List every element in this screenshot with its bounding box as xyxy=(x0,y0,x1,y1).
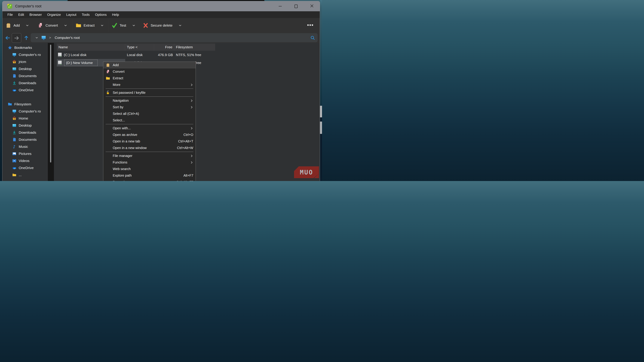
context-menu-item-label: Open with... xyxy=(113,126,190,130)
secure-delete-button[interactable]: Secure delete xyxy=(142,18,182,33)
file-name-label: (C:) Local disk xyxy=(64,53,86,57)
home-icon xyxy=(12,60,16,64)
toolbar: AddConvertExtractTestSecure delete xyxy=(2,18,320,33)
context-menu-item-add[interactable]: Add xyxy=(103,62,196,68)
sidebar-item-jricm[interactable]: jricm xyxy=(2,58,48,65)
sidebar-item-item[interactable]: ... xyxy=(2,171,48,178)
drive-icon xyxy=(58,52,62,57)
menubar-item-file[interactable]: File xyxy=(5,11,16,18)
menubar-item-organize[interactable]: Organize xyxy=(44,11,64,18)
sidebar-item-downloads[interactable]: Downloads xyxy=(2,79,48,86)
context-menu-item-extract[interactable]: Extract xyxy=(103,75,196,81)
chevron-right-icon xyxy=(190,106,193,109)
minimize-button[interactable] xyxy=(272,1,288,11)
sidebar-item-onedrive[interactable]: OneDrive xyxy=(2,86,48,94)
back-button[interactable] xyxy=(5,35,10,40)
context-menu-separator xyxy=(106,96,193,97)
menubar-item-help[interactable]: Help xyxy=(109,11,122,18)
context-menu-item-open-in-a-new-window[interactable]: Open in a new windowCtrl+Alt+W xyxy=(103,145,196,151)
sidebar-item-documents[interactable]: Documents xyxy=(2,72,48,79)
context-menu-item-explore-path[interactable]: Explore pathAlt+F7 xyxy=(103,172,196,179)
folder-yellow-icon xyxy=(12,173,16,177)
add-button[interactable]: Add xyxy=(6,18,29,33)
column-header-filesystem[interactable]: Filesystem xyxy=(174,44,215,51)
folder-blue-icon xyxy=(8,102,12,106)
sidebar-item-computer-s-ro[interactable]: Computer's ro xyxy=(2,108,48,115)
sidebar-item-pictures[interactable]: Pictures xyxy=(2,150,48,157)
address-bar[interactable]: > Computer's root xyxy=(31,33,318,42)
file-free-cell: 476.9 GB xyxy=(154,51,174,59)
sidebar-item-onedrive[interactable]: OneDrive xyxy=(2,164,48,171)
menubar-item-browser[interactable]: Browser xyxy=(27,11,44,18)
cloud-icon xyxy=(12,88,16,92)
menubar-item-tools[interactable]: Tools xyxy=(79,11,92,18)
sidebar-item-documents[interactable]: Documents xyxy=(2,136,48,143)
context-menu-item-open-as-archive[interactable]: Open as archiveCtrl+O xyxy=(103,131,196,138)
extract-button[interactable]: Extract xyxy=(76,18,104,33)
chevron-right-icon xyxy=(190,161,193,164)
address-dropdown-chevron-icon[interactable] xyxy=(35,36,38,39)
menubar-item-edit[interactable]: Edit xyxy=(16,11,26,18)
sidebar-item-downloads[interactable]: Downloads xyxy=(2,129,48,136)
context-menu-item-functions[interactable]: Functions xyxy=(103,159,196,166)
sidebar-group-bookmarks[interactable]: Bookmarks xyxy=(2,44,48,51)
context-menu-item-navigation[interactable]: Navigation xyxy=(103,97,196,104)
file-row-c-local-disk[interactable]: (C:) Local diskLocal disk476.9 GBNTFS, 5… xyxy=(57,51,215,59)
document-icon xyxy=(12,137,16,142)
sidebar-group-label: Bookmarks xyxy=(14,46,32,50)
context-menu-item-open-in-a-new-tab[interactable]: Open in a new tabCtrl+Alt+T xyxy=(103,138,196,145)
column-header-name[interactable]: Name xyxy=(57,44,125,51)
sidebar-group-label: Filesystem xyxy=(14,102,31,106)
context-menu-item-properties[interactable]: PropertiesCtrl+Alt+F7 xyxy=(103,179,196,181)
context-menu: AddConvertExtractMoreSet password / keyf… xyxy=(103,62,196,181)
column-header-free[interactable]: Free xyxy=(154,44,174,51)
sidebar-item-computer-s-ro[interactable]: Computer's ro xyxy=(2,51,48,58)
desktop-background-stripe-light2 xyxy=(320,122,322,134)
context-menu-item-label: File manager xyxy=(113,154,190,158)
context-menu-item-label: Open in a new window xyxy=(113,146,177,150)
archive-icon xyxy=(106,63,110,67)
convert-button[interactable]: Convert xyxy=(38,18,68,33)
sidebar-item-music[interactable]: Music xyxy=(2,143,48,150)
context-menu-item-label: Select all (Ctrl+A) xyxy=(113,112,193,116)
toolbar-overflow-button[interactable] xyxy=(307,24,313,26)
context-menu-item-sort-by[interactable]: Sort by xyxy=(103,104,196,110)
context-menu-item-web-search[interactable]: Web search xyxy=(103,166,196,172)
sidebar-group-filesystem[interactable]: Filesystem xyxy=(2,101,48,108)
sidebar-scrollbar[interactable] xyxy=(48,43,54,181)
search-icon[interactable] xyxy=(310,35,315,40)
context-menu-item-open-with[interactable]: Open with... xyxy=(103,125,196,131)
context-menu-item-set-password-keyfile[interactable]: Set password / keyfile xyxy=(103,89,196,96)
close-button[interactable] xyxy=(304,1,320,11)
sidebar-item-desktop[interactable]: Desktop xyxy=(2,122,48,129)
chevron-down-icon[interactable] xyxy=(64,23,68,27)
context-menu-item-convert[interactable]: Convert xyxy=(103,68,196,75)
column-header-type[interactable]: Type < xyxy=(125,44,154,51)
context-menu-item-more[interactable]: More xyxy=(103,81,196,88)
sidebar-item-desktop[interactable]: Desktop xyxy=(2,65,48,72)
maximize-button[interactable] xyxy=(288,1,304,11)
chevron-down-icon[interactable] xyxy=(26,23,29,27)
forward-button[interactable] xyxy=(12,33,21,43)
sidebar-scrollbar-thumb[interactable] xyxy=(50,45,51,162)
context-menu-item-file-manager[interactable]: File manager xyxy=(103,153,196,159)
videos-icon xyxy=(12,159,16,163)
sidebar-item-home[interactable]: Home xyxy=(2,115,48,122)
up-button[interactable] xyxy=(24,35,29,40)
chevron-down-icon[interactable] xyxy=(100,23,104,27)
sidebar-item-videos[interactable]: Videos xyxy=(2,157,48,164)
icon-spacer xyxy=(106,173,110,178)
test-button[interactable]: Test xyxy=(112,18,136,33)
file-name-cell[interactable]: (C:) Local disk xyxy=(57,51,125,59)
context-menu-item-label: Functions xyxy=(113,160,190,164)
chevron-down-icon[interactable] xyxy=(132,23,136,27)
chevron-down-icon[interactable] xyxy=(178,23,182,27)
file-filesystem-cell: NTFS, 51% free xyxy=(174,51,215,59)
context-menu-item-select[interactable]: Select... xyxy=(103,117,196,124)
menubar-item-layout[interactable]: Layout xyxy=(64,11,79,18)
context-menu-item-select-all-ctrl-a[interactable]: Select all (Ctrl+A) xyxy=(103,110,196,117)
toolbar-separator xyxy=(109,19,109,32)
star-icon xyxy=(8,45,12,50)
pictures-icon xyxy=(12,152,16,156)
menubar-item-options[interactable]: Options xyxy=(92,11,109,18)
